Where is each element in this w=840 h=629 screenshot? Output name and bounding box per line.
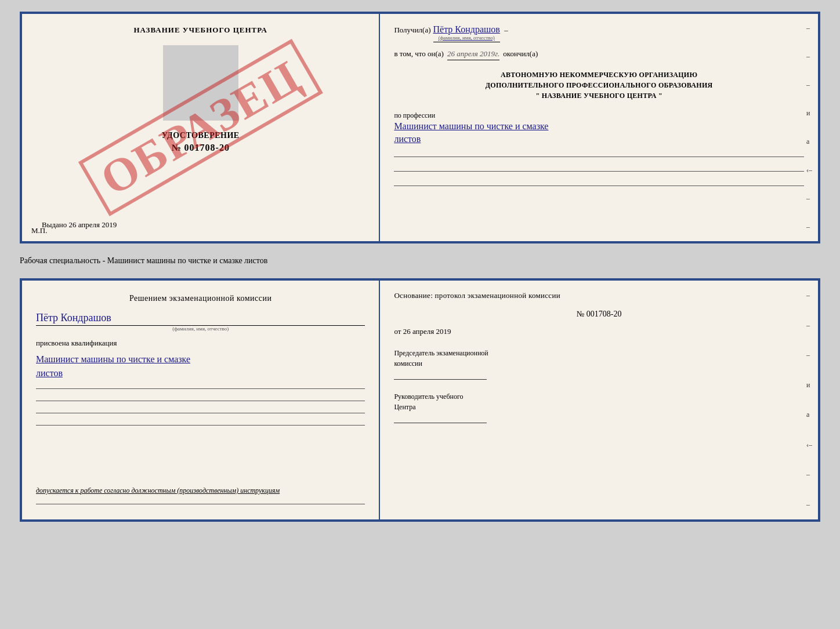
anp-line1: АВТОНОМНУЮ НЕКОММЕРЧЕСКУЮ ОРГАНИЗАЦИЮ	[394, 70, 804, 80]
qual-line-blank-4	[36, 425, 365, 426]
cert-bottom-right: Основание: протокол экзаменационной коми…	[380, 281, 818, 519]
dopusk-line-blank	[36, 504, 365, 504]
anp-line2: ДОПОЛНИТЕЛЬНОГО ПРОФЕССИОНАЛЬНОГО ОБРАЗО…	[394, 80, 804, 90]
predsed-sig-line	[394, 379, 487, 380]
rukov-block: Руководитель учебного Центра	[394, 391, 804, 423]
rukov-line2: Центра	[394, 402, 804, 412]
qual-name: Машинист машины по чистке и смазке листо…	[36, 352, 365, 380]
predsed-line2: комиссии	[394, 358, 804, 369]
anp-line3: " НАЗВАНИЕ УЧЕБНОГО ЦЕНТРА "	[394, 90, 804, 101]
fio-caption-bottom: (фамилия, имя, отчество)	[36, 326, 365, 332]
vtom-line: в том, что он(а) 26 апреля 2019г. окончи…	[394, 49, 804, 60]
separator-text: Рабочая специальность - Машинист машины …	[20, 253, 820, 269]
cert-bottom-left: Решением экзаменационной комиссии Пётр К…	[22, 281, 380, 519]
vydano-line: Выдано 26 апреля 2019	[42, 220, 117, 230]
ot-label: от	[394, 327, 401, 336]
profession-line2: листов	[394, 134, 421, 144]
dash-top-right: –	[502, 26, 508, 35]
cert-top-right: Получил(а) Пётр Кондрашов (фамилия, имя,…	[380, 14, 818, 241]
right-dashes-top: – – – и а ‹– – –	[806, 14, 812, 241]
qual-line-blank-3	[36, 413, 365, 413]
person-name-bottom: Пётр Кондрашов	[36, 312, 365, 326]
rukov-line1: Руководитель учебного	[394, 391, 804, 402]
certificate-top: НАЗВАНИЕ УЧЕБНОГО ЦЕНТРА УДОСТОВЕРЕНИЕ №…	[20, 12, 820, 243]
ot-date: от 26 апреля 2019	[394, 327, 804, 336]
prisvoyena-label: присвоена квалификация	[36, 339, 365, 348]
udostoverenie-label: УДОСТОВЕРЕНИЕ	[162, 131, 240, 140]
cert-top-left: НАЗВАНИЕ УЧЕБНОГО ЦЕНТРА УДОСТОВЕРЕНИЕ №…	[22, 14, 380, 241]
poluchil-line: Получил(а) Пётр Кондрашов (фамилия, имя,…	[394, 24, 804, 42]
certificate-bottom: Решением экзаменационной комиссии Пётр К…	[20, 278, 820, 522]
qual-line-blank-1	[36, 388, 365, 389]
dopuskaetsya-text: работе согласно должностным (производств…	[80, 486, 280, 495]
cert-top-title: НАЗВАНИЕ УЧЕБНОГО ЦЕНТРА	[133, 26, 267, 35]
anp-block: АВТОНОМНУЮ НЕКОММЕРЧЕСКУЮ ОРГАНИЗАЦИЮ ДО…	[394, 70, 804, 101]
okonchil-label: окончил(а)	[503, 49, 538, 59]
resheniem-title: Решением экзаменационной комиссии	[36, 292, 365, 305]
osnov-title: Основание: протокол экзаменационной коми…	[394, 291, 804, 300]
fio-caption-top: (фамилия, имя, отчество)	[433, 35, 500, 41]
qual-line2: листов	[36, 368, 63, 378]
line-blank-3	[394, 186, 804, 186]
qual-line-blank-2	[36, 401, 365, 401]
poluchil-label: Получил(а)	[394, 26, 430, 35]
line-blank-2	[394, 171, 804, 172]
dopuskaetsya-block: допускается к работе согласно должностны…	[36, 485, 365, 496]
predsed-line1: Председатель экзаменационной	[394, 348, 804, 358]
vtom-date: 26 апреля 2019г.	[447, 49, 499, 60]
right-dashes-bottom: – – – и а ‹– – –	[806, 281, 812, 519]
stamp-placeholder	[163, 45, 238, 121]
ot-date-value: 26 апреля 2019	[403, 327, 451, 336]
predsed-block: Председатель экзаменационной комиссии	[394, 348, 804, 380]
prot-number: № 001708-20	[394, 310, 804, 319]
udostoverenie-block: УДОСТОВЕРЕНИЕ № 001708-20	[162, 131, 240, 153]
po-professii-label: по профессии	[394, 111, 804, 120]
profession-block: по профессии Машинист машины по чистке и…	[394, 111, 804, 146]
cert-number: № 001708-20	[162, 143, 240, 153]
person-name-top: Пётр Кондрашов (фамилия, имя, отчество)	[433, 24, 500, 42]
line-blank-1	[394, 157, 804, 157]
profession-name: Машинист машины по чистке и смазке листо…	[394, 120, 804, 146]
vtom-label: в том, что он(а)	[394, 49, 444, 59]
person-name-bottom-wrap: Пётр Кондрашов (фамилия, имя, отчество)	[36, 310, 365, 332]
rukov-sig-line	[394, 423, 487, 423]
dopuskaetsya-label: допускается к	[36, 486, 78, 495]
vydano-date: 26 апреля 2019	[69, 220, 117, 229]
mp-label: М.П.	[31, 226, 47, 235]
